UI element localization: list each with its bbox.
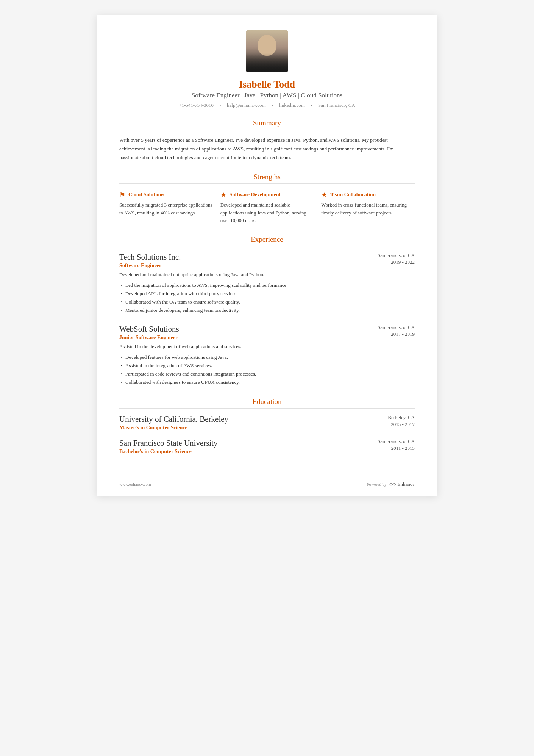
separator3: •: [311, 102, 312, 108]
bullet-item: Assisted in the integration of AWS servi…: [119, 362, 415, 370]
strength-desc-dev: Developed and maintained scalable applic…: [220, 201, 314, 225]
edu-school-sfsu: San Francisco State University: [119, 438, 218, 448]
edu-entry-sfsu: San Francisco State University Bachelor'…: [119, 438, 415, 455]
strength-item-dev: ★ Software Development Developed and mai…: [220, 191, 314, 225]
exp-entry-websoft: WebSoft Solutions Junior Software Engine…: [119, 324, 415, 387]
exp-left-techsolutions: Tech Solutions Inc. Software Engineer: [119, 252, 181, 269]
exp-dates-techsolutions: 2019 - 2022: [378, 259, 415, 265]
exp-location-websoft: San Francisco, CA: [378, 324, 415, 330]
bullet-item: Mentored junior developers, enhancing te…: [119, 306, 415, 315]
exp-header-techsolutions: Tech Solutions Inc. Software Engineer Sa…: [119, 252, 415, 269]
avatar-container: [119, 30, 415, 74]
exp-desc-techsolutions: Developed and maintained enterprise appl…: [119, 271, 415, 279]
education-title: Education: [119, 398, 415, 411]
bullet-item: Collaborated with designers to ensure UI…: [119, 378, 415, 387]
flag-icon: ⚑: [119, 191, 125, 199]
exp-right-websoft: San Francisco, CA 2017 - 2019: [378, 324, 415, 337]
star-icon-dev: ★: [220, 191, 226, 199]
exp-bullets-websoft: Developed features for web applications …: [119, 353, 415, 387]
bullet-item: Developed features for web applications …: [119, 353, 415, 362]
edu-header-sfsu: San Francisco State University Bachelor'…: [119, 438, 415, 455]
exp-bullets-techsolutions: Led the migration of applications to AWS…: [119, 281, 415, 315]
strengths-title: Strengths: [119, 173, 415, 186]
experience-section: Experience Tech Solutions Inc. Software …: [119, 235, 415, 387]
summary-title: Summary: [119, 119, 415, 132]
exp-location-techsolutions: San Francisco, CA: [378, 252, 415, 258]
resume-page: Isabelle Todd Software Engineer | Java |…: [97, 15, 437, 496]
education-section: Education University of California, Berk…: [119, 398, 415, 455]
strength-title-dev: Software Development: [230, 192, 281, 198]
strength-item-cloud: ⚑ Cloud Solutions Successfully migrated …: [119, 191, 213, 225]
bullet-item: Participated in code reviews and continu…: [119, 370, 415, 378]
strength-desc-team: Worked in cross-functional teams, ensuri…: [321, 201, 415, 217]
separator2: •: [272, 102, 273, 108]
edu-entry-berkeley: University of California, Berkeley Maste…: [119, 415, 415, 431]
enhancv-icon: [389, 482, 397, 487]
strength-item-team: ★ Team Collaboration Worked in cross-fun…: [321, 191, 415, 225]
exp-desc-websoft: Assisted in the development of web appli…: [119, 343, 415, 351]
powered-by-label: Powered by: [367, 482, 386, 487]
edu-school-berkeley: University of California, Berkeley: [119, 415, 228, 424]
footer-url: www.enhancv.com: [119, 482, 151, 487]
edu-location-sfsu: San Francisco, CA: [378, 438, 415, 445]
location: San Francisco, CA: [318, 102, 355, 108]
exp-header-websoft: WebSoft Solutions Junior Software Engine…: [119, 324, 415, 341]
star-icon-team: ★: [321, 191, 327, 199]
edu-location-berkeley: Berkeley, CA: [388, 415, 415, 421]
enhancv-logo: Enhancv: [389, 481, 415, 487]
avatar-face: [246, 30, 288, 72]
bullet-item: Collaborated with the QA team to ensure …: [119, 298, 415, 306]
bullet-item: Developed APIs for integration with thir…: [119, 290, 415, 298]
exp-company-techsolutions: Tech Solutions Inc.: [119, 252, 181, 262]
strength-header-cloud: ⚑ Cloud Solutions: [119, 191, 213, 199]
experience-title: Experience: [119, 235, 415, 249]
exp-entry-techsolutions: Tech Solutions Inc. Software Engineer Sa…: [119, 252, 415, 315]
edu-degree-sfsu: Bachelor's in Computer Science: [119, 449, 218, 455]
header: Isabelle Todd Software Engineer | Java |…: [119, 30, 415, 108]
summary-section: Summary With over 5 years of experience …: [119, 119, 415, 162]
email: help@enhancv.com: [227, 102, 265, 108]
footer: www.enhancv.com Powered by Enhancv: [119, 481, 415, 487]
edu-dates-sfsu: 2011 - 2015: [378, 445, 415, 451]
edu-left-berkeley: University of California, Berkeley Maste…: [119, 415, 228, 431]
phone: +1-541-754-3010: [179, 102, 214, 108]
edu-right-sfsu: San Francisco, CA 2011 - 2015: [378, 438, 415, 451]
footer-brand: Powered by Enhancv: [367, 481, 415, 487]
edu-left-sfsu: San Francisco State University Bachelor'…: [119, 438, 218, 455]
edu-degree-berkeley: Master's in Computer Science: [119, 425, 228, 431]
strength-desc-cloud: Successfully migrated 3 enterprise appli…: [119, 201, 213, 217]
avatar: [246, 30, 288, 72]
summary-text: With over 5 years of experience as a Sof…: [119, 136, 415, 162]
bullet-item: Led the migration of applications to AWS…: [119, 281, 415, 290]
exp-dates-websoft: 2017 - 2019: [378, 331, 415, 337]
exp-role-techsolutions: Software Engineer: [119, 263, 181, 269]
edu-right-berkeley: Berkeley, CA 2015 - 2017: [388, 415, 415, 427]
candidate-name: Isabelle Todd: [119, 79, 415, 90]
brand-name: Enhancv: [398, 481, 415, 487]
exp-role-websoft: Junior Software Engineer: [119, 335, 179, 341]
contact-info: +1-541-754-3010 • help@enhancv.com • lin…: [119, 102, 415, 108]
separator1: •: [219, 102, 221, 108]
candidate-headline: Software Engineer | Java | Python | AWS …: [119, 92, 415, 99]
exp-right-techsolutions: San Francisco, CA 2019 - 2022: [378, 252, 415, 265]
strengths-grid: ⚑ Cloud Solutions Successfully migrated …: [119, 191, 415, 225]
edu-header-berkeley: University of California, Berkeley Maste…: [119, 415, 415, 431]
strengths-section: Strengths ⚑ Cloud Solutions Successfully…: [119, 173, 415, 225]
strength-header-dev: ★ Software Development: [220, 191, 314, 199]
exp-company-websoft: WebSoft Solutions: [119, 324, 179, 334]
strength-title-cloud: Cloud Solutions: [128, 192, 164, 198]
edu-dates-berkeley: 2015 - 2017: [388, 421, 415, 427]
linkedin: linkedin.com: [279, 102, 305, 108]
exp-left-websoft: WebSoft Solutions Junior Software Engine…: [119, 324, 179, 341]
strength-header-team: ★ Team Collaboration: [321, 191, 415, 199]
strength-title-team: Team Collaboration: [330, 192, 376, 198]
